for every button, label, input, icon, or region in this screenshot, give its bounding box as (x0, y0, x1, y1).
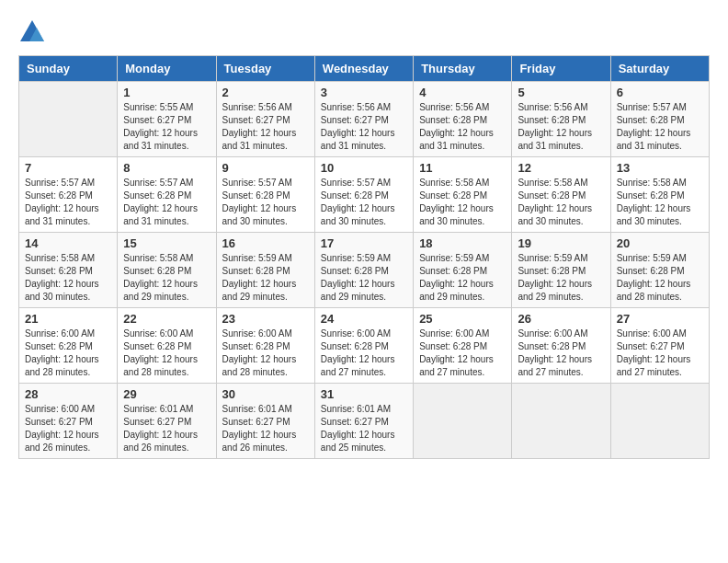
cell-info: Sunrise: 6:00 AM Sunset: 6:28 PM Dayligh… (419, 327, 506, 379)
calendar-cell: 10Sunrise: 5:57 AM Sunset: 6:28 PM Dayli… (314, 157, 413, 233)
calendar-cell: 5Sunrise: 5:56 AM Sunset: 6:28 PM Daylig… (512, 82, 610, 157)
calendar-cell: 19Sunrise: 5:59 AM Sunset: 6:28 PM Dayli… (512, 233, 610, 308)
cell-info: Sunrise: 5:59 AM Sunset: 6:28 PM Dayligh… (419, 252, 506, 304)
day-number: 19 (518, 236, 604, 250)
calendar-cell: 1Sunrise: 5:55 AM Sunset: 6:27 PM Daylig… (118, 82, 216, 157)
header-monday: Monday (118, 56, 216, 82)
calendar-week-row: 21Sunrise: 6:00 AM Sunset: 6:28 PM Dayli… (19, 308, 710, 384)
day-number: 7 (25, 161, 111, 175)
day-number: 25 (419, 312, 506, 326)
day-number: 17 (321, 236, 407, 250)
calendar-week-row: 14Sunrise: 5:58 AM Sunset: 6:28 PM Dayli… (19, 233, 710, 308)
calendar-cell (610, 384, 709, 459)
cell-info: Sunrise: 6:00 AM Sunset: 6:28 PM Dayligh… (123, 327, 210, 379)
calendar-cell: 31Sunrise: 6:01 AM Sunset: 6:27 PM Dayli… (314, 384, 413, 459)
day-number: 16 (222, 236, 309, 250)
cell-info: Sunrise: 5:57 AM Sunset: 6:28 PM Dayligh… (222, 177, 309, 228)
day-number: 26 (518, 312, 604, 326)
cell-info: Sunrise: 5:55 AM Sunset: 6:27 PM Dayligh… (123, 101, 210, 153)
calendar-cell: 8Sunrise: 5:57 AM Sunset: 6:28 PM Daylig… (118, 157, 216, 233)
logo-icon (18, 18, 46, 46)
cell-info: Sunrise: 5:57 AM Sunset: 6:28 PM Dayligh… (25, 177, 111, 228)
day-number: 6 (617, 86, 703, 99)
day-number: 5 (518, 86, 604, 99)
day-number: 2 (222, 86, 309, 99)
cell-info: Sunrise: 6:01 AM Sunset: 6:27 PM Dayligh… (222, 403, 309, 454)
header-tuesday: Tuesday (216, 56, 314, 82)
calendar-cell: 23Sunrise: 6:00 AM Sunset: 6:28 PM Dayli… (216, 308, 314, 384)
calendar-cell: 22Sunrise: 6:00 AM Sunset: 6:28 PM Dayli… (118, 308, 216, 384)
day-number: 20 (617, 236, 703, 250)
cell-info: Sunrise: 5:59 AM Sunset: 6:28 PM Dayligh… (518, 252, 604, 304)
calendar-cell: 9Sunrise: 5:57 AM Sunset: 6:28 PM Daylig… (216, 157, 314, 233)
cell-info: Sunrise: 6:00 AM Sunset: 6:28 PM Dayligh… (25, 327, 111, 379)
calendar-body: 1Sunrise: 5:55 AM Sunset: 6:27 PM Daylig… (19, 82, 710, 459)
calendar-cell: 20Sunrise: 5:59 AM Sunset: 6:28 PM Dayli… (610, 233, 709, 308)
calendar-week-row: 28Sunrise: 6:00 AM Sunset: 6:27 PM Dayli… (19, 384, 710, 459)
calendar-cell (512, 384, 610, 459)
day-number: 3 (321, 86, 407, 99)
day-number: 14 (25, 236, 111, 250)
day-number: 22 (123, 312, 210, 326)
calendar-cell (414, 384, 512, 459)
cell-info: Sunrise: 5:58 AM Sunset: 6:28 PM Dayligh… (617, 177, 703, 228)
day-number: 10 (321, 161, 407, 175)
day-number: 30 (222, 387, 309, 401)
cell-info: Sunrise: 5:58 AM Sunset: 6:28 PM Dayligh… (419, 177, 506, 228)
calendar-cell: 12Sunrise: 5:58 AM Sunset: 6:28 PM Dayli… (512, 157, 610, 233)
calendar-cell: 3Sunrise: 5:56 AM Sunset: 6:27 PM Daylig… (314, 82, 413, 157)
cell-info: Sunrise: 5:56 AM Sunset: 6:27 PM Dayligh… (321, 101, 407, 153)
calendar-cell: 13Sunrise: 5:58 AM Sunset: 6:28 PM Dayli… (610, 157, 709, 233)
day-number: 24 (321, 312, 407, 326)
logo (18, 18, 50, 46)
day-number: 18 (419, 236, 506, 250)
calendar-week-row: 7Sunrise: 5:57 AM Sunset: 6:28 PM Daylig… (19, 157, 710, 233)
cell-info: Sunrise: 5:56 AM Sunset: 6:27 PM Dayligh… (222, 101, 309, 153)
calendar-cell: 24Sunrise: 6:00 AM Sunset: 6:28 PM Dayli… (314, 308, 413, 384)
calendar-cell: 11Sunrise: 5:58 AM Sunset: 6:28 PM Dayli… (414, 157, 512, 233)
cell-info: Sunrise: 6:00 AM Sunset: 6:28 PM Dayligh… (321, 327, 407, 379)
calendar-cell: 30Sunrise: 6:01 AM Sunset: 6:27 PM Dayli… (216, 384, 314, 459)
cell-info: Sunrise: 5:56 AM Sunset: 6:28 PM Dayligh… (419, 101, 506, 153)
day-number: 8 (123, 161, 210, 175)
day-number: 11 (419, 161, 506, 175)
cell-info: Sunrise: 5:56 AM Sunset: 6:28 PM Dayligh… (518, 101, 604, 153)
day-number: 27 (617, 312, 703, 326)
page-header (18, 18, 710, 46)
calendar-cell: 17Sunrise: 5:59 AM Sunset: 6:28 PM Dayli… (314, 233, 413, 308)
day-number: 13 (617, 161, 703, 175)
calendar-week-row: 1Sunrise: 5:55 AM Sunset: 6:27 PM Daylig… (19, 82, 710, 157)
cell-info: Sunrise: 5:58 AM Sunset: 6:28 PM Dayligh… (123, 252, 210, 304)
calendar-cell: 2Sunrise: 5:56 AM Sunset: 6:27 PM Daylig… (216, 82, 314, 157)
calendar-cell: 7Sunrise: 5:57 AM Sunset: 6:28 PM Daylig… (19, 157, 118, 233)
day-number: 1 (123, 86, 210, 99)
cell-info: Sunrise: 6:00 AM Sunset: 6:28 PM Dayligh… (222, 327, 309, 379)
header-friday: Friday (512, 56, 610, 82)
cell-info: Sunrise: 5:59 AM Sunset: 6:28 PM Dayligh… (617, 252, 703, 304)
day-number: 28 (25, 387, 111, 401)
calendar-cell: 6Sunrise: 5:57 AM Sunset: 6:28 PM Daylig… (610, 82, 709, 157)
cell-info: Sunrise: 6:00 AM Sunset: 6:27 PM Dayligh… (25, 403, 111, 454)
calendar-cell: 25Sunrise: 6:00 AM Sunset: 6:28 PM Dayli… (414, 308, 512, 384)
day-number: 29 (123, 387, 210, 401)
header-wednesday: Wednesday (314, 56, 413, 82)
calendar-cell: 15Sunrise: 5:58 AM Sunset: 6:28 PM Dayli… (118, 233, 216, 308)
day-number: 4 (419, 86, 506, 99)
calendar-cell: 21Sunrise: 6:00 AM Sunset: 6:28 PM Dayli… (19, 308, 118, 384)
calendar-table: Sunday Monday Tuesday Wednesday Thursday… (18, 55, 710, 459)
calendar-cell: 4Sunrise: 5:56 AM Sunset: 6:28 PM Daylig… (414, 82, 512, 157)
cell-info: Sunrise: 6:00 AM Sunset: 6:28 PM Dayligh… (518, 327, 604, 379)
header-sunday: Sunday (19, 56, 118, 82)
cell-info: Sunrise: 5:57 AM Sunset: 6:28 PM Dayligh… (123, 177, 210, 228)
calendar-cell: 26Sunrise: 6:00 AM Sunset: 6:28 PM Dayli… (512, 308, 610, 384)
calendar-cell: 29Sunrise: 6:01 AM Sunset: 6:27 PM Dayli… (118, 384, 216, 459)
header-saturday: Saturday (610, 56, 709, 82)
cell-info: Sunrise: 5:58 AM Sunset: 6:28 PM Dayligh… (25, 252, 111, 304)
day-number: 9 (222, 161, 309, 175)
calendar-cell: 27Sunrise: 6:00 AM Sunset: 6:27 PM Dayli… (610, 308, 709, 384)
cell-info: Sunrise: 5:58 AM Sunset: 6:28 PM Dayligh… (518, 177, 604, 228)
cell-info: Sunrise: 5:59 AM Sunset: 6:28 PM Dayligh… (321, 252, 407, 304)
calendar-header-row: Sunday Monday Tuesday Wednesday Thursday… (19, 56, 710, 82)
cell-info: Sunrise: 6:01 AM Sunset: 6:27 PM Dayligh… (123, 403, 210, 454)
calendar-cell: 18Sunrise: 5:59 AM Sunset: 6:28 PM Dayli… (414, 233, 512, 308)
